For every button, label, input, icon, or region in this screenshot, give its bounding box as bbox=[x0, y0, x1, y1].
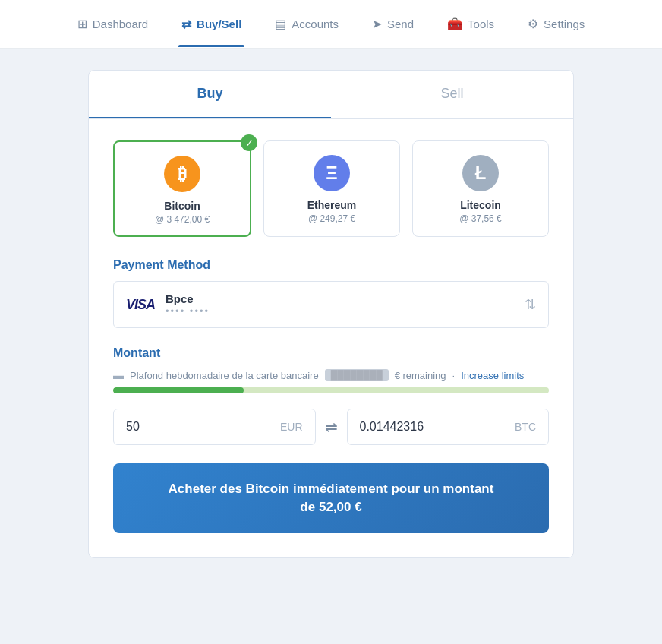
buysell-card: Buy Sell ✓ ₿ Bitcoin @ 3 472,00 € Ξ Ethe bbox=[88, 70, 574, 558]
buy-btn-line1: Acheter des Bitcoin immédiatement pour u… bbox=[169, 481, 494, 496]
montant-label: Montant bbox=[113, 346, 549, 360]
crypto-card-btc[interactable]: ✓ ₿ Bitcoin @ 3 472,00 € bbox=[113, 140, 251, 237]
btc-input-box: BTC bbox=[347, 409, 550, 445]
accounts-icon: ▤ bbox=[275, 17, 286, 31]
nav-tools-label: Tools bbox=[468, 17, 494, 30]
swap-icon: ⇌ bbox=[325, 418, 338, 436]
card-body: ✓ ₿ Bitcoin @ 3 472,00 € Ξ Ethereum @ 24… bbox=[89, 119, 573, 557]
nav-dashboard-label: Dashboard bbox=[93, 17, 148, 30]
nav-dashboard[interactable]: ⊞ Dashboard bbox=[74, 2, 151, 46]
payment-provider: Bpce bbox=[166, 292, 210, 305]
buy-btn-line2: de 52,00 € bbox=[300, 500, 361, 514]
tab-sell[interactable]: Sell bbox=[331, 71, 573, 118]
dashboard-icon: ⊞ bbox=[77, 17, 87, 31]
ltc-price: @ 37,56 € bbox=[421, 213, 541, 224]
crypto-card-eth[interactable]: Ξ Ethereum @ 249,27 € bbox=[263, 140, 400, 237]
btc-name: Bitcoin bbox=[122, 200, 242, 212]
nav-settings-label: Settings bbox=[544, 17, 585, 30]
amount-row: EUR ⇌ BTC bbox=[113, 409, 549, 445]
visa-logo: VISA bbox=[126, 297, 155, 313]
nav-send[interactable]: ➤ Send bbox=[369, 2, 417, 46]
payment-info: Bpce •••• •••• bbox=[166, 292, 210, 317]
tab-buy[interactable]: Buy bbox=[89, 71, 331, 118]
ltc-icon: Ł bbox=[462, 155, 499, 191]
navigation: ⊞ Dashboard ⇄ Buy/Sell ▤ Accounts ➤ Send… bbox=[0, 0, 662, 49]
nav-tools[interactable]: 🧰 Tools bbox=[444, 2, 497, 46]
eth-name: Ethereum bbox=[272, 199, 392, 211]
btc-currency-label: BTC bbox=[515, 421, 536, 433]
progress-bar-fill bbox=[113, 387, 244, 393]
nav-buysell-label: Buy/Sell bbox=[197, 17, 241, 30]
chevron-icon: ⇅ bbox=[525, 296, 536, 313]
eur-amount-input[interactable] bbox=[126, 420, 280, 434]
tools-icon: 🧰 bbox=[447, 17, 462, 31]
eth-price: @ 249,27 € bbox=[272, 213, 392, 224]
credit-card-icon: ▬ bbox=[113, 369, 124, 381]
send-icon: ➤ bbox=[372, 17, 382, 31]
payment-left: VISA Bpce •••• •••• bbox=[126, 292, 210, 317]
btc-price: @ 3 472,00 € bbox=[122, 214, 242, 225]
limit-prefix: Plafond hebdomadaire de la carte bancair… bbox=[130, 370, 319, 381]
ltc-name: Litecoin bbox=[421, 199, 541, 211]
settings-icon: ⚙ bbox=[528, 17, 538, 31]
btc-icon: ₿ bbox=[164, 156, 200, 192]
eur-currency-label: EUR bbox=[280, 421, 303, 433]
nav-send-label: Send bbox=[387, 17, 414, 30]
buysell-icon: ⇄ bbox=[181, 17, 191, 31]
buy-button[interactable]: Acheter des Bitcoin immédiatement pour u… bbox=[113, 463, 549, 533]
selected-check: ✓ bbox=[241, 134, 257, 151]
crypto-list: ✓ ₿ Bitcoin @ 3 472,00 € Ξ Ethereum @ 24… bbox=[113, 140, 549, 237]
eur-input-box[interactable]: EUR bbox=[113, 409, 316, 445]
separator: · bbox=[452, 370, 456, 381]
nav-settings[interactable]: ⚙ Settings bbox=[525, 2, 588, 46]
nav-accounts[interactable]: ▤ Accounts bbox=[272, 2, 342, 46]
btc-amount-input[interactable] bbox=[360, 420, 515, 434]
nav-buysell[interactable]: ⇄ Buy/Sell bbox=[178, 2, 244, 46]
eth-icon: Ξ bbox=[314, 155, 350, 191]
payment-card-number: •••• •••• bbox=[166, 305, 210, 317]
tab-bar: Buy Sell bbox=[89, 71, 573, 119]
crypto-card-ltc[interactable]: Ł Litecoin @ 37,56 € bbox=[412, 140, 549, 237]
progress-bar-bg bbox=[113, 387, 549, 393]
increase-limits-link[interactable]: Increase limits bbox=[461, 370, 524, 381]
limit-remaining-value: ████████ bbox=[325, 369, 389, 381]
nav-accounts-label: Accounts bbox=[292, 17, 339, 30]
limit-suffix: € remaining bbox=[395, 370, 446, 381]
payment-method-selector[interactable]: VISA Bpce •••• •••• ⇅ bbox=[113, 281, 549, 328]
limit-info: ▬ Plafond hebdomadaire de la carte banca… bbox=[113, 369, 549, 381]
montant-section: Montant ▬ Plafond hebdomadaire de la car… bbox=[113, 346, 549, 445]
payment-method-label: Payment Method bbox=[113, 258, 549, 272]
main-content: Buy Sell ✓ ₿ Bitcoin @ 3 472,00 € Ξ Ethe bbox=[0, 49, 662, 579]
